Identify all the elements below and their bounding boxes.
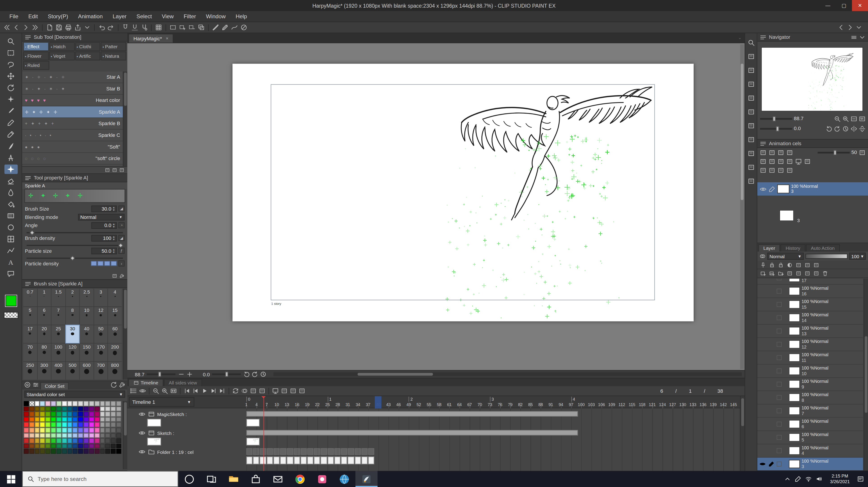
color-swatch[interactable] xyxy=(84,438,89,443)
color-swatch[interactable] xyxy=(111,401,116,406)
slider-button-icon[interactable]: ◢ xyxy=(119,235,125,241)
tab-list-icon[interactable] xyxy=(736,35,743,42)
flip-h-icon[interactable] xyxy=(850,125,858,132)
folder-cel-cell[interactable] xyxy=(328,448,334,455)
layer-thumbnail[interactable] xyxy=(789,327,800,335)
rotate-left-icon[interactable] xyxy=(826,125,833,132)
folder-cel-cell[interactable] xyxy=(348,448,354,455)
snap-ruler-icon[interactable] xyxy=(221,24,229,31)
play-cel-icon[interactable] xyxy=(760,157,767,165)
color-set-select[interactable]: Standard color set▼ xyxy=(24,391,125,398)
color-swatch[interactable] xyxy=(73,401,78,406)
collapse-icon[interactable] xyxy=(859,34,866,41)
playback-end-marker[interactable] xyxy=(375,396,382,408)
brush-size-20[interactable]: 20 xyxy=(37,325,51,343)
color-swatch[interactable] xyxy=(67,406,72,411)
clip-duration-bar[interactable] xyxy=(246,411,578,417)
taskbar-app-chrome[interactable] xyxy=(289,471,311,487)
zoom-out-icon[interactable] xyxy=(834,115,841,122)
layer-row-4[interactable]: 100 %Normal4 xyxy=(757,445,863,458)
layer-eye-toggle[interactable] xyxy=(759,394,766,401)
layer-eye-toggle[interactable] xyxy=(759,287,766,295)
folder-cel-cell[interactable] xyxy=(307,448,314,455)
color-swatch[interactable] xyxy=(105,449,111,454)
color-swatch[interactable] xyxy=(62,428,67,432)
brush-size-70[interactable]: 70 xyxy=(23,344,37,362)
color-swatch[interactable] xyxy=(24,449,29,454)
no-entry-icon[interactable] xyxy=(240,24,247,31)
dial-button-icon[interactable]: ◔ xyxy=(119,222,125,228)
copy-subtool-icon[interactable] xyxy=(112,167,117,173)
loop-icon[interactable] xyxy=(232,388,239,395)
track-cel-thumbnail[interactable] xyxy=(147,419,161,427)
color-swatch[interactable] xyxy=(40,401,45,406)
taskbar-app-globe-app[interactable] xyxy=(333,471,355,487)
color-swatch[interactable] xyxy=(89,406,94,411)
cel-thumbnail[interactable] xyxy=(777,184,789,193)
folder-cel-cell[interactable] xyxy=(253,448,259,455)
color-swatch[interactable] xyxy=(67,449,72,454)
cel-palette-icon[interactable] xyxy=(768,149,776,156)
subtool-tab-hatch[interactable]: Hatch xyxy=(49,42,74,51)
chevron-down-icon[interactable] xyxy=(856,24,863,31)
color-swatch[interactable] xyxy=(105,412,111,417)
quick-access-icon[interactable] xyxy=(747,53,755,60)
layer-thumbnail[interactable] xyxy=(789,460,800,468)
layer-checkbox[interactable] xyxy=(777,435,782,440)
color-swatch[interactable] xyxy=(78,417,83,422)
folder-cel-cell[interactable] xyxy=(280,448,286,455)
color-swatch[interactable] xyxy=(29,444,34,449)
color-swatch[interactable] xyxy=(35,444,40,449)
color-swatch[interactable] xyxy=(111,444,116,449)
color-swatch[interactable] xyxy=(95,433,100,438)
color-swatch[interactable] xyxy=(73,412,78,417)
color-slider-icon[interactable] xyxy=(32,381,39,389)
trash-icon[interactable] xyxy=(822,270,828,277)
spinner[interactable]: ▲▼ xyxy=(113,206,115,211)
subtool-tab-flower[interactable]: Flower xyxy=(23,52,49,60)
menu-view[interactable]: View xyxy=(157,13,179,19)
dot-tool-icon[interactable] xyxy=(289,388,297,395)
prev-cel-icon[interactable] xyxy=(777,157,784,165)
new-cel-icon[interactable] xyxy=(760,149,767,156)
layer-checkbox[interactable] xyxy=(777,382,782,387)
maximize-button[interactable]: ▢ xyxy=(836,0,852,11)
material-download-icon[interactable] xyxy=(747,164,755,171)
layer-checkbox[interactable] xyxy=(777,422,782,427)
folder-cel-cell[interactable] xyxy=(321,448,327,455)
chevrons-right-icon[interactable] xyxy=(32,24,39,31)
palette-color-icon[interactable] xyxy=(813,262,819,268)
property-slider[interactable] xyxy=(27,242,123,246)
canvas-viewport[interactable]: 1 story xyxy=(127,43,745,370)
refresh-icon[interactable] xyxy=(110,381,117,389)
color-swatch[interactable] xyxy=(67,438,72,443)
color-swatch[interactable] xyxy=(116,412,121,417)
brush-size-6[interactable]: 6 xyxy=(37,307,51,325)
layer-row-15[interactable]: 100 %Normal15 xyxy=(757,298,863,311)
next-frame-icon[interactable] xyxy=(210,388,217,395)
color-swatch[interactable] xyxy=(35,422,40,427)
color-swatch[interactable] xyxy=(84,412,89,417)
layer-checkbox[interactable] xyxy=(777,448,782,453)
playhead[interactable] xyxy=(264,396,264,471)
cel-new-icon[interactable] xyxy=(250,388,257,395)
panel-list-icon[interactable] xyxy=(24,34,32,41)
brush-size-200[interactable]: 200 xyxy=(108,344,122,362)
layer-eye-toggle[interactable] xyxy=(759,407,766,414)
color-swatch[interactable] xyxy=(95,412,100,417)
volume-icon[interactable] xyxy=(816,475,823,483)
frame-ruler[interactable]: 01234 -12-9-6-31471013161922252831343740… xyxy=(245,396,739,408)
pen-tray-icon[interactable] xyxy=(795,475,802,483)
taskbar-app-pink-app[interactable] xyxy=(311,471,333,487)
transparent-color-swatch[interactable] xyxy=(4,312,18,318)
color-swatch[interactable] xyxy=(89,428,94,432)
tool-rotate-canvas[interactable] xyxy=(4,83,17,93)
current-cel-row[interactable]: 100 %Normal 3 xyxy=(757,182,868,196)
folder-cel-block[interactable] xyxy=(314,457,320,464)
color-swatch[interactable] xyxy=(95,417,100,422)
folder-cel-block[interactable] xyxy=(301,457,307,464)
color-swatch[interactable] xyxy=(95,444,100,449)
tool-eyedropper[interactable] xyxy=(4,107,17,116)
color-swatch[interactable] xyxy=(40,449,45,454)
layer-checkbox[interactable] xyxy=(777,302,782,307)
